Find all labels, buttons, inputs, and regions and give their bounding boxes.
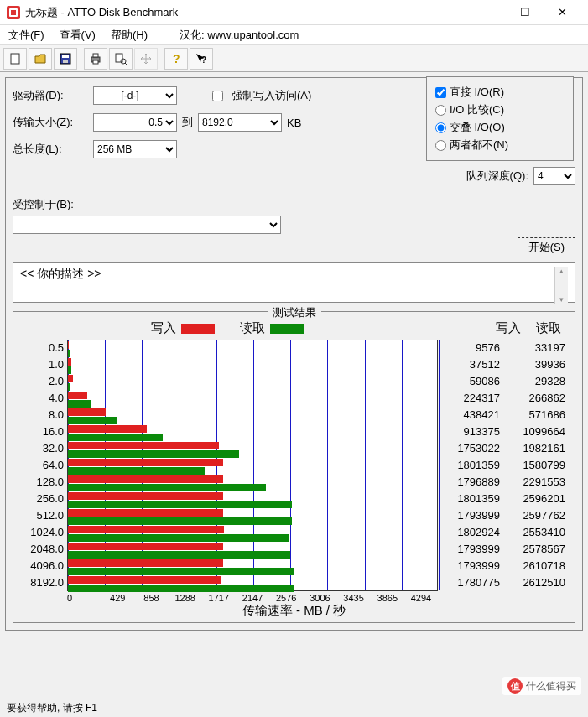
controlled-label: 受控制于(B): [13,198,74,210]
svg-rect-10 [116,54,122,62]
col-read-header: 读取 [536,320,561,340]
chart-y-labels: 0.51.02.04.08.016.032.064.0128.0256.0512… [18,340,67,591]
description-box[interactable]: << 你的描述 >> ▴▾ [13,262,575,303]
io-overlap-radio[interactable] [435,122,446,133]
context-help-button[interactable]: ? [190,48,213,70]
svg-text:?: ? [201,55,206,65]
description-scrollbar[interactable]: ▴▾ [554,267,568,304]
svg-line-12 [125,63,127,65]
description-text: << 你的描述 >> [20,267,101,282]
force-write-label: 强制写入访问(A) [232,88,311,103]
save-button[interactable] [54,48,77,70]
main-panel: 直接 I/O(R) I/O 比较(C) 交叠 I/O(O) 两者都不(N) 驱动… [0,72,588,636]
watermark-icon: 值 [507,678,523,694]
new-button[interactable] [3,48,27,70]
io-overlap-label: 交叠 I/O(O) [450,120,505,135]
menu-view[interactable]: 查看(V) [60,28,96,43]
watermark: 值 什么值得买 [502,677,581,695]
window-title: 无标题 - ATTO Disk Benchmark [25,5,468,20]
total-length-label: 总长度(L): [13,142,88,157]
io-neither-radio[interactable] [435,140,446,151]
svg-rect-9 [93,60,98,64]
chart-area: 0.51.02.04.08.016.032.064.0128.0256.0512… [18,340,570,591]
help-button[interactable]: ? [164,48,188,70]
legend-write-swatch [181,324,215,334]
titlebar: 无标题 - ATTO Disk Benchmark — ☐ ✕ [0,0,588,25]
transfer-unit-label: KB [287,117,301,129]
chart-legend: 写入 读取 [18,320,435,336]
controlled-select[interactable] [13,216,281,234]
read-values-column: 3319739936293282668625716861099664198216… [503,340,569,591]
svg-rect-3 [11,54,19,64]
start-button[interactable]: 开始(S) [518,237,575,257]
force-write-checkbox[interactable] [212,91,223,101]
transfer-to-label: 到 [182,115,193,130]
legend-read-swatch [270,324,304,334]
status-text: 要获得帮助, 请按 F1 [7,701,97,715]
chart-values-table: 9576375125908622431743842191337517530221… [438,340,570,591]
io-group: 直接 I/O(R) I/O 比较(C) 交叠 I/O(O) 两者都不(N) [426,76,574,161]
svg-rect-6 [63,60,68,63]
queue-depth-select[interactable]: 4 [533,167,575,185]
svg-rect-8 [93,54,98,57]
print-preview-button[interactable] [109,48,133,70]
svg-rect-2 [11,10,16,15]
minimize-button[interactable]: — [468,0,506,25]
statusbar: 要获得帮助, 请按 F1 [0,699,588,717]
chart-x-axis: 042985812881717214725763006343538654294 [67,593,438,603]
menu-localized: 汉化: www.upantool.com [180,28,299,43]
legend-write-label: 写入 [151,320,176,336]
write-values-column: 9576375125908622431743842191337517530221… [438,340,503,591]
menu-help[interactable]: 帮助(H) [111,28,148,43]
drive-select[interactable]: [-d-] [93,86,177,105]
direct-io-label: 直接 I/O(R) [450,85,504,100]
transfer-from-select[interactable]: 0.5 [93,113,177,132]
maximize-button[interactable]: ☐ [506,0,544,25]
menubar: 文件(F) 查看(V) 帮助(H) 汉化: www.upantool.com [0,25,588,45]
chart-plot [67,340,438,591]
io-neither-label: 两者都不(N) [450,138,508,153]
open-button[interactable] [29,48,52,70]
window-controls: — ☐ ✕ [468,0,581,25]
io-compare-label: I/O 比较(C) [450,102,504,117]
svg-rect-5 [62,55,69,58]
transfer-label: 传输大小(Z): [13,115,88,130]
svg-text:?: ? [173,52,180,65]
drive-label: 驱动器(D): [13,88,88,103]
move-button[interactable] [134,48,158,70]
watermark-text: 什么值得买 [526,679,576,694]
close-button[interactable]: ✕ [544,0,581,25]
print-button[interactable] [84,48,107,70]
col-write-header: 写入 [496,320,521,340]
direct-io-checkbox[interactable] [435,87,446,98]
transfer-to-select[interactable]: 8192.0 [198,113,282,132]
toolbar: ? ? [0,45,588,72]
io-compare-radio[interactable] [435,105,446,116]
legend-read-label: 读取 [240,320,265,336]
results-title: 测试结果 [268,305,321,320]
app-icon [7,6,20,19]
chart-x-label: 传输速率 - MB / 秒 [18,603,570,619]
total-length-select[interactable]: 256 MB [93,140,177,158]
queue-depth-label: 队列深度(Q): [466,169,528,184]
results-fieldset: 测试结果 写入 读取 写入 读取 0.51.02.04.08.016.032.0… [13,311,575,623]
menu-file[interactable]: 文件(F) [8,28,44,43]
config-box: 直接 I/O(R) I/O 比较(C) 交叠 I/O(O) 两者都不(N) 驱动… [5,77,583,631]
